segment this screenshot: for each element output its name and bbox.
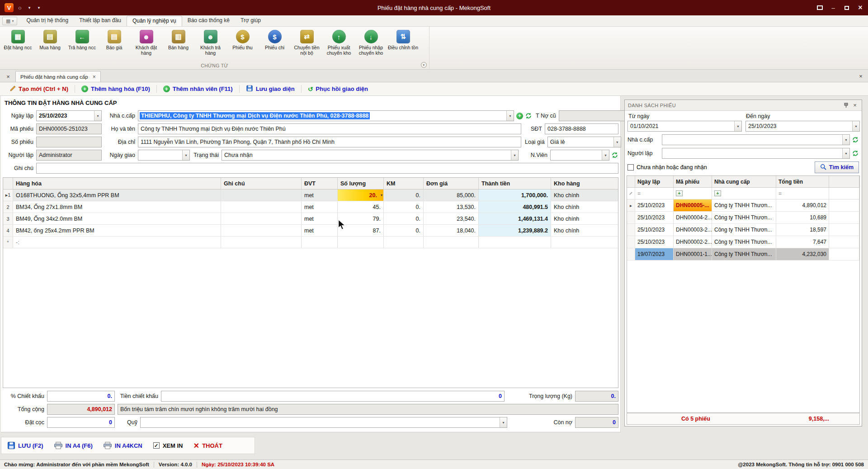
new-cell-warehouse[interactable] xyxy=(551,237,618,248)
ribbon-button-phieu-nhap-chuyen-kho[interactable]: ↓Phiếu nhập chuyển kho xyxy=(355,29,387,57)
cell-amount[interactable]: 1,239,889.2 xyxy=(479,225,551,236)
column-header-3[interactable]: ĐVT xyxy=(302,178,338,189)
ribbon-tab-quan-tri-he-thong[interactable]: Quản trị hệ thống xyxy=(21,16,74,26)
tu-ngay-field[interactable]: 01/10/2021 ▾ xyxy=(627,121,742,132)
panel-nguoi-lap-combo[interactable]: ▾ xyxy=(662,148,850,159)
panel-cell-total[interactable]: 18,597 xyxy=(776,224,829,236)
panel-cell-supplier[interactable]: Công ty TNHH Thươn... xyxy=(712,212,776,223)
loai-gia-dropdown-icon[interactable]: ▾ xyxy=(613,137,621,147)
refresh-supplier-icon[interactable] xyxy=(524,113,532,119)
ho-va-ten-field[interactable]: Công ty TNHH Thương mại Dịch vụ Điện nướ… xyxy=(138,123,521,134)
document-tab-close-icon[interactable]: × xyxy=(93,74,96,80)
luu-giao-dien-button[interactable]: Lưu giao diện xyxy=(240,85,301,93)
cell-warehouse[interactable]: Kho chính xyxy=(551,213,618,224)
cell-qty[interactable]: 45. xyxy=(338,201,384,213)
ribbon-button-khach-tra-hang[interactable]: ☻Khách trả hàng xyxy=(194,29,226,57)
items-grid-row[interactable]: 3BM49, Ống 34x2.0mm BMmet79.0.23,540.1,4… xyxy=(3,213,618,225)
new-cell-price[interactable] xyxy=(424,237,479,248)
ngay-giao-dropdown-icon[interactable]: ▾ xyxy=(182,150,189,160)
cell-price[interactable]: 13,530. xyxy=(424,201,479,213)
panel-grid-row[interactable]: 19/07/2023DHN00001-1...Công ty TNHH Thươ… xyxy=(627,248,859,261)
in-a4kcn-button[interactable]: IN A4KCN xyxy=(104,442,142,449)
ribbon-tab-quan-ly-nghiep-vu[interactable]: Quản lý nghiệp vụ xyxy=(127,16,182,26)
nhan-vien-dropdown-icon[interactable]: ▾ xyxy=(602,150,609,160)
panel-cell-code[interactable]: DHN00005-... xyxy=(674,199,712,211)
panel-nguoi-lap-dropdown-icon[interactable]: ▾ xyxy=(842,148,849,158)
close-button[interactable]: × xyxy=(857,4,863,12)
ribbon-tab-tro-giup[interactable]: Trợ giúp xyxy=(235,16,266,26)
loai-gia-field[interactable]: Giá lẻ ▾ xyxy=(547,137,621,147)
chua-nhan-label[interactable]: Chưa nhận hoặc đang nhận xyxy=(637,164,815,171)
add-supplier-icon[interactable]: + xyxy=(516,113,523,119)
them-nhan-vien-button[interactable]: +Thêm nhân viên (F11) xyxy=(157,85,239,92)
panel-refresh-supplier-icon[interactable] xyxy=(851,137,859,143)
panel-cell-code[interactable]: DHN00003-2... xyxy=(674,224,712,236)
nha-cung-cap-dropdown-icon[interactable]: ▾ xyxy=(506,111,514,121)
column-header-5[interactable]: KM xyxy=(384,178,424,189)
cell-product[interactable]: O168THUONG, Ống 32x5,4mm PPR BM xyxy=(13,189,221,201)
panel-filter-cell-ngay-lap[interactable]: = xyxy=(635,188,674,199)
cell-note[interactable] xyxy=(221,201,302,213)
cell-qty[interactable]: 20.▾ xyxy=(338,189,384,201)
items-grid-row[interactable]: ▸1O168THUONG, Ống 32x5,4mm PPR BMmet20.▾… xyxy=(3,189,618,201)
so-phieu-field[interactable] xyxy=(36,137,102,147)
panel-cell-date[interactable]: 25/10/2023 xyxy=(635,224,674,236)
cell-km[interactable]: 0. xyxy=(384,225,424,236)
document-tab[interactable]: Phiếu đặt hàng nhà cung cấp × xyxy=(15,71,101,82)
cell-amount[interactable]: 1,469,131.4 xyxy=(479,213,551,224)
cell-unit[interactable]: met xyxy=(302,189,338,201)
trang-thai-field[interactable]: Chưa nhận ▾ xyxy=(222,150,519,161)
ribbon-tab-thiet-lap-ban-dau[interactable]: Thiết lập ban đầu xyxy=(74,16,127,26)
panel-cell-date[interactable]: 19/07/2023 xyxy=(635,248,674,260)
column-header-2[interactable]: Ghi chú xyxy=(221,178,302,189)
ribbon-button-ban-hang[interactable]: ▥Bán hàng xyxy=(162,29,194,51)
tab-bar-close-right-button[interactable]: × xyxy=(856,71,865,81)
panel-column-header-tong-tien[interactable]: Tổng tiền xyxy=(776,176,829,187)
column-header-1[interactable]: Hàng hóa xyxy=(13,178,221,189)
trong-luong-field[interactable]: 0. xyxy=(575,391,618,402)
nguoi-lap-field[interactable]: Administrator xyxy=(36,150,102,161)
column-header-7[interactable]: Thành tiền xyxy=(479,178,551,189)
panel-refresh-creator-icon[interactable] xyxy=(851,150,859,156)
new-cell-note[interactable] xyxy=(221,237,302,248)
con-no-field[interactable]: 0 xyxy=(575,417,618,428)
panel-filter-cell-nha-cung-cap[interactable]: + xyxy=(712,188,776,199)
den-ngay-dropdown-icon[interactable]: ▾ xyxy=(852,121,859,131)
panel-cell-code[interactable]: DHN00001-1... xyxy=(674,248,712,260)
panel-grid-row[interactable]: 25/10/2023DHN00004-2...Công ty TNHH Thươ… xyxy=(627,212,859,224)
titlebar-circle-icon[interactable]: ○ xyxy=(17,5,23,11)
trang-thai-dropdown-icon[interactable]: ▾ xyxy=(511,150,518,160)
items-grid-row[interactable]: 4BM42, ống 25x4.2mm PPR BMmet87.0.18,040… xyxy=(3,225,618,237)
qty-dropdown-icon[interactable]: ▾ xyxy=(381,193,382,197)
new-cell-qty[interactable] xyxy=(338,237,384,248)
panel-cell-total[interactable]: 7,647 xyxy=(776,236,829,248)
tien-chiet-khau-field[interactable]: 0 xyxy=(161,391,505,402)
xem-in-button[interactable]: ✓XEM IN xyxy=(153,442,183,449)
cell-price[interactable]: 23,540. xyxy=(424,213,479,224)
cell-product[interactable]: BM49, Ống 34x2.0mm BM xyxy=(13,213,221,224)
sdt-field[interactable]: 028-3788-8888 xyxy=(545,123,618,134)
dat-coc-field[interactable]: 0 xyxy=(47,417,115,428)
cell-qty[interactable]: 87. xyxy=(338,225,384,236)
ngay-giao-field[interactable]: ▾ xyxy=(138,150,190,161)
cell-qty[interactable]: 79. xyxy=(338,213,384,224)
quy-dropdown-icon[interactable]: ▾ xyxy=(500,417,507,427)
ribbon-button-phieu-thu[interactable]: $Phiếu thu xyxy=(226,29,259,51)
ribbon-button-khach-dat-hang[interactable]: ☻Khách đặt hàng xyxy=(130,29,162,57)
panel-filter-cell-ma-phieu[interactable]: + xyxy=(674,188,712,199)
ngay-lap-dropdown-icon[interactable]: ▾ xyxy=(94,111,101,121)
dia-chi-field[interactable]: 1111 Nguyễn Văn Linh, Phường Tân Phong, … xyxy=(138,137,521,147)
quy-field[interactable]: ▾ xyxy=(140,417,507,428)
panel-cell-date[interactable]: 25/10/2023 xyxy=(635,199,674,211)
ma-phieu-field[interactable]: DHN00005-251023 xyxy=(36,123,102,134)
filter-icon[interactable]: + xyxy=(714,190,721,196)
items-grid-row[interactable]: 2BM34, Ống 27x1.8mm BMmet45.0.13,530.480… xyxy=(3,201,618,213)
panel-cell-supplier[interactable]: Công ty TNHH Thươn... xyxy=(712,199,776,211)
group-dialog-launcher-icon[interactable]: ▾ xyxy=(421,62,427,68)
fit-screen-icon[interactable] xyxy=(816,5,823,10)
panel-cell-total[interactable]: 4,890,012 xyxy=(776,199,829,211)
cell-note[interactable] xyxy=(221,225,302,236)
ribbon-button-mua-hang[interactable]: ▤Mua hàng xyxy=(34,29,66,51)
panel-cell-supplier[interactable]: Công ty TNHH Thươn... xyxy=(712,236,776,248)
panel-cell-total[interactable]: 10,689 xyxy=(776,212,829,223)
